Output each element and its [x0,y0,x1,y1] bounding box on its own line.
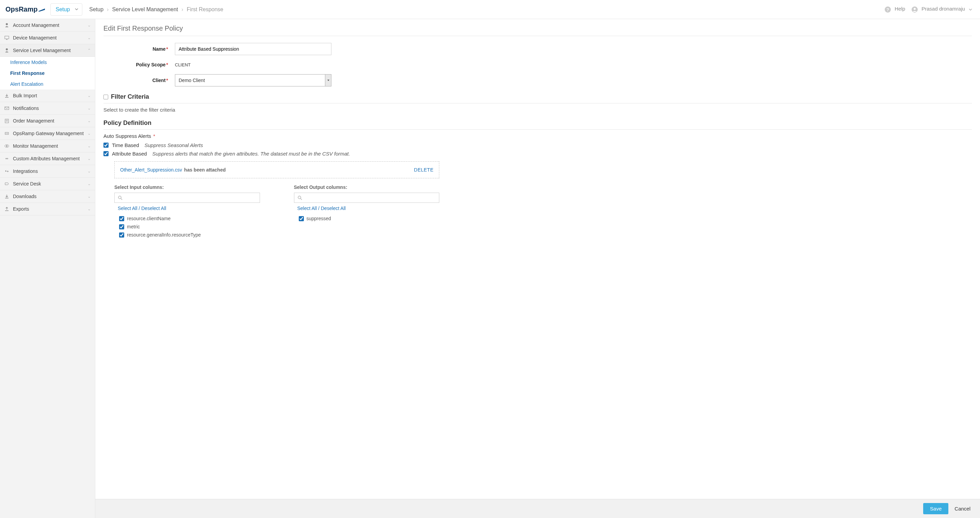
clipboard-icon [4,118,10,123]
policy-definition-heading: Policy Definition [103,120,972,127]
output-columns-search[interactable] [294,193,440,203]
input-col-checkbox[interactable] [119,216,124,221]
input-col-checkbox[interactable] [119,224,124,230]
sidebar: Account Management⌄Device Management⌄Ser… [0,19,95,518]
delete-attachment-button[interactable]: DELETE [414,167,434,172]
input-col-option: resource.generalInfo.resourceType [115,231,260,239]
svg-point-7 [6,48,8,50]
breadcrumb-current: First Response [187,6,224,13]
sidebar-group-label: Custom Attributes Management [13,156,80,161]
sidebar-group-label: Exports [13,206,29,212]
logo: OpsRamp [5,5,46,13]
sidebar-group-device-management[interactable]: Device Management⌄ [0,32,95,44]
chevron-down-icon: ⌄ [88,118,91,123]
sidebar-group-label: Notifications [13,105,39,111]
scope-value: CLIENT [175,62,191,67]
filter-criteria-help: Select to create the filter criteria [103,107,972,113]
name-input[interactable] [175,43,331,55]
input-columns-search[interactable] [115,193,260,203]
ticket-icon [4,182,10,186]
input-col-checkbox[interactable] [119,233,124,237]
person-icon [4,23,10,27]
breadcrumb-item[interactable]: Service Level Management [112,6,178,13]
chevron-down-icon: ⌄ [88,93,91,98]
columns-section: Select Input columns: Select All / Desel… [115,185,439,239]
sidebar-group-exports[interactable]: Exports⌄ [0,203,95,215]
breadcrumb-item[interactable]: Setup [89,6,103,13]
form-row-scope: Policy Scope* CLIENT [103,62,972,67]
user-icon [911,6,918,13]
form-row-client: Client* Demo Client [103,74,972,86]
sidebar-group-label: Device Management [13,35,56,40]
attribute-based-checkbox[interactable] [103,151,108,156]
export-icon [4,207,10,211]
svg-text:?: ? [886,7,889,12]
link-icon [4,169,10,174]
sidebar-item-first-response[interactable]: First Response [0,68,95,79]
sidebar-group-label: Service Desk [13,181,41,186]
svg-rect-12 [5,132,8,134]
input-col-label: metric [127,224,140,230]
user-name: Prasad dronamraju [921,6,965,11]
output-col-option: suppressed [294,214,440,223]
save-button[interactable]: Save [923,503,948,514]
svg-point-3 [914,8,916,10]
attachment-filename[interactable]: Other_Alert_Suppression.csv [120,167,182,172]
attachment-box: Other_Alert_Suppression.csv has been att… [115,161,439,179]
sidebar-group-opsramp-gateway-management[interactable]: OpsRamp Gateway Management⌄ [0,127,95,140]
chevron-down-icon: ⌄ [88,207,91,211]
chevron-down-icon: ⌄ [88,35,91,40]
sidebar-group-account-management[interactable]: Account Management⌄ [0,19,95,32]
time-based-desc: Suppress Seasonal Alerts [144,142,203,148]
chevron-down-icon: ⌄ [88,106,91,111]
filter-criteria-label: Filter Criteria [111,93,149,100]
cancel-button[interactable]: Cancel [955,506,970,512]
main-content: Edit First Response Policy Name* Policy … [95,19,980,518]
sidebar-item-inference-models[interactable]: Inference Models [0,57,95,68]
input-columns-title: Select Input columns: [115,185,260,190]
mail-icon [4,106,10,111]
setup-dropdown-label: Setup [56,6,70,13]
input-col-option: metric [115,223,260,231]
sidebar-group-order-management[interactable]: Order Management⌄ [0,115,95,127]
sidebar-group-service-level-management[interactable]: Service Level Management⌃ [0,44,95,57]
user-menu[interactable]: Prasad dronamraju [911,6,975,13]
input-select-all[interactable]: Select All / Deselect All [118,206,260,211]
header-right: ? Help Prasad dronamraju [885,6,975,13]
client-select[interactable]: Demo Client [175,74,331,86]
svg-point-13 [6,133,6,134]
form-row-name: Name* [103,43,972,55]
sidebar-group-label: Service Level Management [13,48,71,53]
sidebar-group-downloads[interactable]: Downloads⌄ [0,190,95,203]
sidebar-group-notifications[interactable]: Notifications⌄ [0,102,95,115]
logo-text: OpsRamp [5,5,37,13]
footer-bar: Save Cancel [95,499,980,518]
filter-criteria-checkbox[interactable] [103,95,108,99]
output-col-checkbox[interactable] [299,216,304,221]
input-col-option: resource.clientName [115,214,260,223]
sidebar-group-integrations[interactable]: Integrations⌄ [0,165,95,178]
time-based-checkbox[interactable] [103,143,108,148]
logo-swoosh-icon [38,7,46,12]
output-select-all[interactable]: Select All / Deselect All [298,206,440,211]
sidebar-group-bulk-import[interactable]: Bulk Import⌄ [0,89,95,102]
svg-rect-5 [5,36,9,39]
client-label: Client* [103,78,175,83]
sidebar-group-service-desk[interactable]: Service Desk⌄ [0,178,95,190]
sidebar-group-label: Monitor Management [13,143,58,149]
help-link[interactable]: ? Help [885,6,905,13]
chevron-down-icon: ⌄ [88,131,91,136]
scope-label: Policy Scope* [103,62,175,67]
sidebar-item-alert-escalation[interactable]: Alert Escalation [0,79,95,89]
sidebar-group-monitor-management[interactable]: Monitor Management⌄ [0,140,95,153]
input-col-label: resource.generalInfo.resourceType [127,232,201,237]
chevron-down-icon [75,6,79,13]
gateway-icon [4,131,10,136]
setup-dropdown[interactable]: Setup [50,3,82,16]
sidebar-group-label: OpsRamp Gateway Management [13,131,84,136]
sidebar-group-custom-attributes-management[interactable]: Custom Attributes Management⌄ [0,153,95,165]
time-based-label: Time Based [112,142,139,148]
svg-point-16 [6,145,8,147]
chevron-down-icon: ⌄ [88,169,91,174]
sidebar-group-label: Account Management [13,22,59,28]
